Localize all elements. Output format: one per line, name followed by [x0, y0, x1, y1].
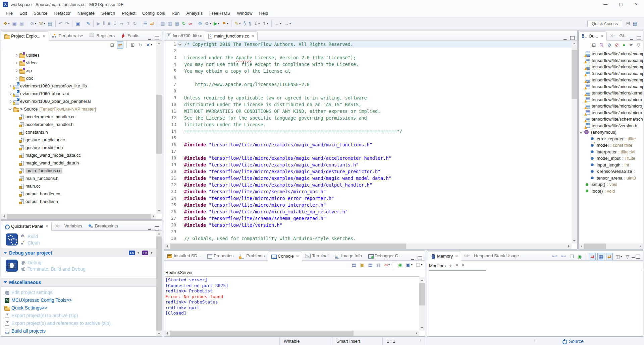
tree-item-constants-h[interactable]: constants.h	[1, 128, 156, 136]
code-editor[interactable]: 1/* Copyright 2019 The TensorFlow Author…	[164, 41, 572, 244]
probe-badge-ls[interactable]: LS	[129, 251, 135, 255]
dropdown-arrow-icon[interactable]: ▾	[8, 22, 10, 25]
undo-button[interactable]: ↶	[58, 20, 64, 27]
link-debug-context-button[interactable]: ⇉	[589, 253, 596, 260]
code-line-11[interactable]: 11WITHOUT WARRANTIES OR CONDITIONS OF AN…	[164, 108, 572, 115]
collapse-all-button[interactable]: ⊟	[591, 42, 597, 48]
tree-item-main-functions-cc[interactable]: main_functions.cc	[1, 167, 156, 175]
tab-registers[interactable]: Registers	[86, 31, 118, 40]
tab-properties[interactable]: Properties	[204, 251, 236, 260]
pin-memory-button[interactable]: ◉	[577, 253, 583, 260]
tree-item-evkmimxrt1060-xbar-aoi-peripheral[interactable]: evkmimxrt1060_xbar_aoi_peripheral	[1, 97, 156, 105]
outline-item-tensorflow-lite-micro-examples-magic-wand-gesture-predictor-h[interactable]: tensorflow/lite/micro/examples/magic_wan…	[579, 70, 643, 77]
menu-item-help[interactable]: Help	[256, 10, 271, 17]
tab-terminal[interactable]: Terminal	[302, 251, 331, 260]
tree-item-accelerometer-handler-cc[interactable]: accelerometer_handler.cc	[1, 113, 156, 121]
outline-item-tensorflow-lite-micro-kernels-micro-ops-h[interactable]: tensorflow/lite/micro/kernels/micro_ops.…	[579, 90, 643, 96]
code-line-1[interactable]: 1/* Copyright 2019 The TensorFlow Author…	[164, 41, 572, 48]
tab-problems[interactable]: Problems	[236, 251, 268, 260]
redo-button[interactable]: ↷	[64, 20, 70, 27]
scroll-right-icon[interactable]	[566, 244, 572, 249]
export-memory-button[interactable]: 1010	[551, 253, 558, 260]
tab-ou[interactable]: Ou...✕	[579, 31, 607, 41]
new-wizard-button[interactable]: ❖▾	[2, 20, 11, 27]
code-line-6[interactable]: 6	[164, 74, 572, 81]
scroll-left-icon[interactable]	[164, 331, 170, 336]
dropdown-arrow-icon[interactable]: ▾	[151, 251, 152, 255]
menu-item-project[interactable]: Project	[119, 10, 138, 17]
menu-item-source[interactable]: Source	[31, 10, 50, 17]
code-line-7[interactable]: 7 http://www.apache.org/licenses/LICENSE…	[164, 81, 572, 88]
close-window-button[interactable]: ✕	[629, 0, 644, 9]
outline-item-tensorflow-lite-micro-micro-error-reporter-h[interactable]: tensorflow/lite/micro/micro_error_report…	[579, 96, 643, 103]
tree-item-evkmimxrt1060-xbar-aoi[interactable]: evkmimxrt1060_xbar_aoi	[1, 90, 156, 97]
debug-your-project-header[interactable]: Debug your projectLS▾P2▾	[1, 249, 156, 257]
miscellaneous-header[interactable]: Miscellaneous	[1, 278, 156, 287]
maximize-panel-button[interactable]	[636, 255, 640, 259]
step-return-button[interactable]: ↥	[125, 20, 131, 27]
console-output[interactable]: [Started server][Connected on port 3025]…	[165, 277, 419, 331]
expand-arrow-icon[interactable]	[9, 100, 11, 102]
close-tab-icon[interactable]: ✕	[45, 224, 48, 228]
expand-arrow-icon[interactable]	[15, 69, 17, 72]
menu-item-run[interactable]: Run	[169, 10, 183, 17]
project-tree-vscrollbar[interactable]	[156, 41, 162, 214]
maximize-panel-button[interactable]	[637, 36, 641, 40]
collapse-arrow-icon[interactable]	[580, 130, 582, 133]
menu-item-refactor[interactable]: Refactor	[51, 10, 74, 17]
dropdown-arrow-icon[interactable]: ▾	[388, 263, 390, 266]
fold-collapse-icon[interactable]	[178, 43, 181, 46]
tree-item-utilities[interactable]: utilities	[1, 51, 156, 59]
code-line-27[interactable]: 27#include "tensorflow/lite/schema/schem…	[164, 215, 572, 222]
vscroll-thumb[interactable]	[156, 236, 162, 331]
code-line-18[interactable]: 18#include "tensorflow/lite/micro/exampl…	[164, 155, 572, 161]
minimize-panel-button[interactable]	[564, 37, 567, 40]
tree-item-evkmimxrt1060-tensorflow-lite-lib[interactable]: evkmimxrt1060_tensorflow_lite_lib	[1, 82, 156, 90]
snowflake-button[interactable]: ❊	[197, 20, 203, 27]
outline-item-tensor-arena[interactable]: tensor_arena : uint8	[579, 175, 643, 182]
maximize-panel-button[interactable]	[155, 36, 159, 40]
outline-item-input-length[interactable]: input_length : int	[579, 162, 643, 168]
outline-item-tensorflow-lite-schema-schema-generated-h[interactable]: tensorflow/lite/schema/schema_generated.…	[579, 116, 643, 123]
expand-arrow-icon[interactable]	[9, 92, 11, 95]
code-line-2[interactable]: 2	[164, 48, 572, 54]
minimize-panel-button[interactable]	[411, 257, 414, 260]
tree-item-output-handler-h[interactable]: output_handler.h	[1, 198, 156, 205]
hide-fields-button[interactable]: ⊘	[606, 42, 612, 48]
dropdown-arrow-icon[interactable]: ▾	[289, 22, 291, 25]
annotate-button[interactable]: ✎▾	[233, 20, 241, 27]
tab-gl[interactable]: Gl...	[607, 31, 631, 40]
clear-console-button[interactable]: ▤	[351, 262, 357, 268]
scroll-down-icon[interactable]	[572, 238, 577, 244]
scroll-up-icon[interactable]	[156, 231, 162, 236]
hide-non-public-button[interactable]: ●	[622, 42, 626, 48]
quickstart-vscrollbar[interactable]	[156, 231, 162, 336]
code-line-26[interactable]: 26#include "tensorflow/lite/micro/micro_…	[164, 208, 572, 215]
forward-button[interactable]: →▾	[283, 20, 292, 27]
scroll-left-icon[interactable]	[1, 214, 7, 219]
scroll-right-icon[interactable]	[637, 244, 643, 249]
editor-hscrollbar[interactable]	[164, 244, 572, 249]
tab-heap-and-stack-usage[interactable]: Heap and Stack Usage	[461, 251, 522, 260]
tab-project-explo[interactable]: Project Explo...✕	[1, 31, 49, 41]
scroll-down-icon[interactable]	[156, 208, 162, 214]
menu-item-search[interactable]: Search	[98, 10, 118, 17]
tab-installed-sd[interactable]: Installed SD...	[164, 251, 204, 260]
outline-item-model[interactable]: model : const tflite:	[579, 142, 643, 149]
mark-occurrences-button[interactable]: §	[242, 20, 247, 27]
tree-item-gesture-predictor-h[interactable]: gesture_predictor.h	[1, 144, 156, 151]
console-vscrollbar[interactable]	[419, 277, 425, 331]
dropdown-arrow-icon[interactable]: ▾	[151, 43, 152, 46]
outline-item-tensorflow-lite-version-h[interactable]: tensorflow/lite/version.h	[579, 123, 643, 129]
edit-button[interactable]: ✎	[85, 20, 91, 27]
outline-hscrollbar[interactable]	[579, 244, 643, 249]
outline-item-error-reporter[interactable]: error_reporter : tflite	[579, 136, 643, 142]
collapse-arrow-icon[interactable]	[4, 252, 7, 254]
vscroll-thumb[interactable]	[419, 283, 425, 305]
import-memory-button[interactable]: 1010	[560, 253, 567, 260]
code-line-30[interactable]: 30// Globals, used for compatibility wit…	[164, 235, 572, 242]
outline-item-loop[interactable]: loop() : void	[579, 188, 643, 195]
scroll-up-icon[interactable]	[572, 41, 577, 46]
code-line-16[interactable]: 16#include "tensorflow/lite/micro/exampl…	[164, 141, 572, 148]
step-into-button[interactable]: ↧	[112, 20, 118, 27]
